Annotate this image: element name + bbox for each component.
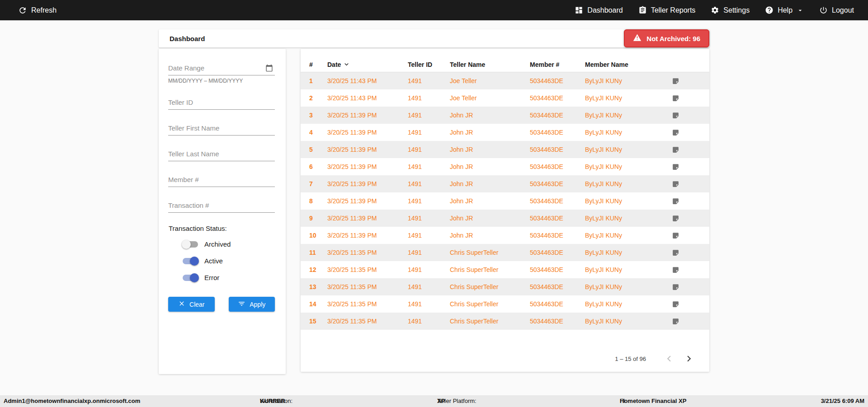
archived-switch[interactable] bbox=[183, 241, 198, 248]
teller-last-name-input[interactable] bbox=[168, 147, 275, 161]
row-teller-id: 1491 bbox=[408, 249, 450, 256]
table-row[interactable]: 143/20/25 11:35 PM1491Chris SuperTeller5… bbox=[301, 295, 709, 313]
transaction-number-input[interactable] bbox=[168, 199, 275, 213]
row-member-number: 5034463DE bbox=[530, 266, 585, 273]
note-icon[interactable] bbox=[671, 112, 680, 119]
note-icon[interactable] bbox=[671, 94, 680, 102]
table-row[interactable]: 23/20/25 11:43 PM1491Joe Teller5034463DE… bbox=[301, 89, 709, 107]
clear-button[interactable]: Clear bbox=[168, 297, 215, 312]
member-number-input[interactable] bbox=[168, 173, 275, 187]
row-number: 2 bbox=[309, 94, 327, 102]
note-icon[interactable] bbox=[671, 266, 680, 274]
note-icon[interactable] bbox=[671, 146, 680, 154]
table-row[interactable]: 43/20/25 11:39 PM1491John JR5034463DEByL… bbox=[301, 124, 709, 141]
row-number: 14 bbox=[309, 300, 327, 308]
table-row[interactable]: 13/20/25 11:43 PM1491Joe Teller5034463DE… bbox=[301, 72, 709, 89]
nav-settings-label: Settings bbox=[723, 6, 750, 14]
row-member-number: 5034463DE bbox=[530, 215, 585, 222]
teller-id-input[interactable] bbox=[168, 96, 275, 110]
row-date: 3/20/25 11:39 PM bbox=[327, 112, 408, 119]
col-teller-id: Teller ID bbox=[408, 61, 450, 68]
date-range-field: MM/DD/YYYY – MM/DD/YYYY bbox=[168, 61, 275, 84]
table-row[interactable]: 63/20/25 11:39 PM1491John JR5034463DEByL… bbox=[301, 158, 709, 175]
teller-platform-label: Teller Platform: bbox=[437, 395, 476, 407]
table-row[interactable]: 133/20/25 11:35 PM1491Chris SuperTeller5… bbox=[301, 278, 709, 295]
nav-teller-reports[interactable]: Teller Reports bbox=[638, 6, 696, 14]
note-icon[interactable] bbox=[671, 163, 680, 171]
not-archived-badge[interactable]: Not Archived: 96 bbox=[624, 29, 709, 47]
refresh-button[interactable]: Refresh bbox=[18, 6, 57, 15]
row-number: 7 bbox=[309, 180, 327, 187]
row-number: 3 bbox=[309, 112, 327, 119]
row-teller-name: Chris SuperTeller bbox=[450, 266, 530, 273]
row-number: 10 bbox=[309, 232, 327, 239]
row-teller-name: Joe Teller bbox=[450, 94, 530, 102]
note-icon[interactable] bbox=[671, 180, 680, 188]
note-icon[interactable] bbox=[671, 129, 680, 136]
row-member-name: ByLyJI KUNy bbox=[585, 94, 671, 102]
nav-logout[interactable]: Logout bbox=[819, 6, 854, 14]
note-icon[interactable] bbox=[671, 77, 680, 85]
col-date[interactable]: Date bbox=[327, 61, 408, 68]
error-switch[interactable] bbox=[183, 275, 198, 281]
logged-in-user: Admin1@hometownfinancialxp.onmicrosoft.c… bbox=[4, 395, 140, 407]
nav-dashboard-label: Dashboard bbox=[587, 6, 623, 14]
row-member-name: ByLyJI KUNy bbox=[585, 283, 671, 290]
row-number: 11 bbox=[309, 249, 327, 256]
row-date: 3/20/25 11:39 PM bbox=[327, 146, 408, 153]
row-teller-id: 1491 bbox=[408, 180, 450, 187]
row-member-name: ByLyJI KUNy bbox=[585, 266, 671, 273]
table-row[interactable]: 93/20/25 11:39 PM1491John JR5034463DEByL… bbox=[301, 210, 709, 227]
nav-help[interactable]: Help bbox=[765, 6, 804, 14]
row-date: 3/20/25 11:35 PM bbox=[327, 249, 408, 256]
nav-dashboard[interactable]: Dashboard bbox=[575, 6, 623, 14]
nav-settings[interactable]: Settings bbox=[711, 6, 750, 14]
table-row[interactable]: 123/20/25 11:35 PM1491Chris SuperTeller5… bbox=[301, 261, 709, 278]
table-row[interactable]: 73/20/25 11:39 PM1491John JR5034463DEByL… bbox=[301, 175, 709, 192]
not-archived-badge-label: Not Archived: 96 bbox=[646, 35, 700, 42]
row-number: 1 bbox=[309, 77, 327, 84]
teller-first-name-input[interactable] bbox=[168, 122, 275, 136]
note-icon[interactable] bbox=[671, 283, 680, 291]
note-icon[interactable] bbox=[671, 318, 680, 325]
toggle-error-label: Error bbox=[204, 274, 219, 281]
note-icon[interactable] bbox=[671, 300, 680, 308]
filter-icon bbox=[238, 300, 245, 309]
date-range-input[interactable] bbox=[168, 61, 275, 75]
toggle-archived[interactable]: Archived bbox=[183, 240, 275, 248]
note-icon[interactable] bbox=[671, 215, 680, 222]
calendar-icon[interactable] bbox=[265, 64, 273, 74]
row-member-name: ByLyJI KUNy bbox=[585, 129, 671, 136]
toggle-error[interactable]: Error bbox=[183, 274, 275, 281]
next-page-button[interactable] bbox=[682, 352, 696, 365]
top-navbar: Refresh Dashboard Teller Reports Setting… bbox=[0, 0, 868, 20]
table-row[interactable]: 113/20/25 11:35 PM1491Chris SuperTeller5… bbox=[301, 244, 709, 261]
table-row[interactable]: 103/20/25 11:39 PM1491John JR5034463DEBy… bbox=[301, 227, 709, 244]
refresh-icon bbox=[18, 6, 27, 15]
row-date: 3/20/25 11:35 PM bbox=[327, 318, 408, 325]
apply-button[interactable]: Apply bbox=[229, 297, 275, 312]
table-row[interactable]: 83/20/25 11:39 PM1491John JR5034463DEByL… bbox=[301, 192, 709, 210]
chevron-down-icon bbox=[797, 7, 804, 14]
nav-logout-label: Logout bbox=[832, 6, 854, 14]
pagination-label: 1 – 15 of 96 bbox=[615, 356, 646, 362]
prev-page-button[interactable] bbox=[662, 352, 676, 365]
active-switch[interactable] bbox=[183, 258, 198, 264]
table-row[interactable]: 153/20/25 11:35 PM1491Chris SuperTeller5… bbox=[301, 313, 709, 330]
row-teller-name: John JR bbox=[450, 163, 530, 170]
clear-button-label: Clear bbox=[189, 301, 204, 308]
row-teller-id: 1491 bbox=[408, 197, 450, 205]
note-icon[interactable] bbox=[671, 232, 680, 239]
note-icon[interactable] bbox=[671, 197, 680, 205]
row-teller-name: John JR bbox=[450, 146, 530, 153]
table-row[interactable]: 53/20/25 11:39 PM1491John JR5034463DEByL… bbox=[301, 141, 709, 158]
fi-info: FI: Hometown Financial XP bbox=[620, 395, 686, 407]
row-member-name: ByLyJI KUNy bbox=[585, 300, 671, 308]
row-member-number: 5034463DE bbox=[530, 163, 585, 170]
settings-gear-icon bbox=[711, 6, 719, 14]
sort-desc-icon bbox=[343, 61, 350, 68]
table-row[interactable]: 33/20/25 11:39 PM1491John JR5034463DEByL… bbox=[301, 107, 709, 124]
note-icon[interactable] bbox=[671, 249, 680, 257]
toggle-active[interactable]: Active bbox=[183, 257, 275, 265]
row-member-name: ByLyJI KUNy bbox=[585, 197, 671, 205]
